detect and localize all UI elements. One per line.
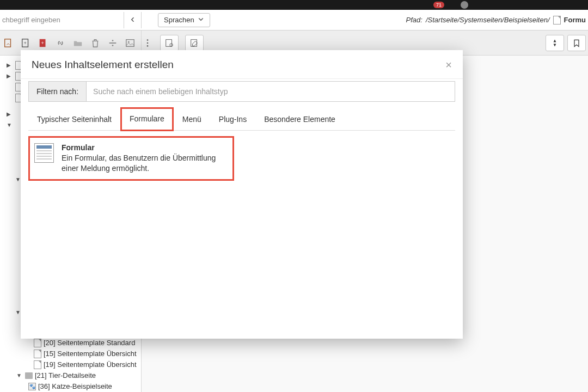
cat-icon: 🐾	[28, 383, 36, 390]
tree-item[interactable]: [19] Seitentemplate Übersicht	[15, 359, 141, 370]
svg-point-7	[112, 45, 114, 46]
path-bar: chbegriff eingeben Sprachen Pfad: /Start…	[0, 10, 588, 30]
svg-text:+: +	[41, 40, 44, 45]
page-icon	[34, 350, 41, 358]
svg-rect-13	[166, 39, 172, 46]
folder-icon[interactable]	[73, 38, 83, 48]
new-content-element-modal: Neues Inhaltselement erstellen × Filtern…	[21, 50, 463, 339]
tab-plugins[interactable]: Plug-Ins	[210, 108, 255, 130]
svg-text:+: +	[23, 40, 26, 45]
edit-page-button[interactable]	[185, 35, 204, 51]
app-top-bar: 71	[0, 0, 588, 10]
new-page-icon[interactable]	[3, 38, 13, 48]
path-text: /Startseite/Systemseiten/Beispielseiten/	[426, 16, 550, 24]
tab-forms[interactable]: Formulare	[120, 107, 174, 131]
language-label: Sprachen	[164, 16, 194, 24]
tree-item-label: [15] Seitentemplate Übersicht	[44, 348, 137, 359]
path-prefix: Pfad:	[406, 16, 422, 24]
svg-point-14	[170, 43, 173, 46]
tree-toggle-icon[interactable]: ▼	[16, 370, 23, 381]
tree-toggle-icon[interactable]: ▶	[7, 62, 11, 68]
page-icon	[34, 360, 41, 369]
tree-item[interactable]: ▼ [21] Tier-Detailseite	[15, 370, 141, 381]
collapse-sidebar-button[interactable]	[124, 12, 142, 28]
doc-add-red-icon[interactable]: +	[38, 38, 48, 48]
svg-point-9	[128, 41, 130, 42]
tree-item-label: [20] Seitentemplate Standard	[44, 338, 135, 348]
tab-special[interactable]: Besondere Elemente	[255, 108, 344, 130]
tree-item-label: [36] Katze-Beispielseite	[38, 381, 112, 392]
page-icon	[553, 16, 561, 24]
chevron-left-icon	[130, 16, 136, 24]
modal-title: Neues Inhaltselement erstellen	[32, 59, 174, 71]
folder-icon	[25, 372, 33, 379]
form-icon	[34, 143, 54, 163]
link-icon[interactable]	[56, 38, 65, 48]
tab-menu[interactable]: Menü	[174, 108, 210, 130]
tree-item-label: [21] Tier-Detailseite	[35, 370, 96, 381]
svg-rect-0	[5, 39, 11, 46]
preview-button[interactable]	[160, 35, 179, 51]
tree-toggle-icon[interactable]: ▼	[7, 122, 12, 128]
chevron-down-icon	[198, 16, 204, 24]
current-page-name: Formu	[564, 16, 586, 24]
image-icon[interactable]	[125, 38, 135, 48]
tree-toggle-icon[interactable]: ▼	[15, 176, 21, 182]
filter-label: Filtern nach:	[29, 82, 87, 101]
tree-item[interactable]: [20] Seitentemplate Standard	[15, 338, 141, 348]
tree-item[interactable]: [15] Seitentemplate Übersicht	[15, 348, 141, 359]
wizard-item-form[interactable]: Formular Ein Formular, das Benutzern die…	[28, 136, 234, 181]
filter-input[interactable]	[87, 82, 455, 101]
tree-search-input[interactable]: chbegriff eingeben	[0, 12, 124, 28]
tab-typical-content[interactable]: Typischer Seiteninhalt	[28, 108, 120, 130]
language-dropdown[interactable]: Sprachen	[158, 13, 210, 27]
tree-toggle-icon[interactable]: ▶	[7, 73, 11, 79]
wizard-tabs: Typischer Seiteninhalt Formulare Menü Pl…	[28, 108, 455, 131]
page-icon	[34, 339, 41, 347]
divide-icon[interactable]	[108, 38, 118, 48]
tree-toggle-icon[interactable]: ▶	[7, 111, 11, 117]
wizard-item-title: Formular	[62, 143, 228, 152]
trash-icon[interactable]	[90, 38, 100, 48]
tree-toggle-icon[interactable]: ▼	[15, 309, 21, 315]
avatar[interactable]	[461, 1, 468, 9]
close-icon[interactable]: ×	[445, 59, 452, 70]
svg-rect-15	[191, 39, 197, 46]
bookmark-button[interactable]	[567, 35, 586, 51]
tree-item[interactable]: 🐾 [36] Katze-Beispielseite	[15, 381, 141, 392]
breadcrumb: Pfad: /Startseite/Systemseiten/Beispiels…	[406, 16, 586, 24]
tree-item-label: [19] Seitentemplate Übersicht	[44, 359, 137, 370]
svg-rect-8	[126, 39, 134, 46]
wizard-item-description: Ein Formular, das Benutzern die Übermitt…	[62, 153, 228, 174]
doc-plus-icon[interactable]: +	[21, 38, 30, 48]
clear-cache-button[interactable]	[546, 35, 564, 51]
notification-badge[interactable]: 71	[433, 2, 444, 8]
svg-point-6	[112, 40, 114, 41]
